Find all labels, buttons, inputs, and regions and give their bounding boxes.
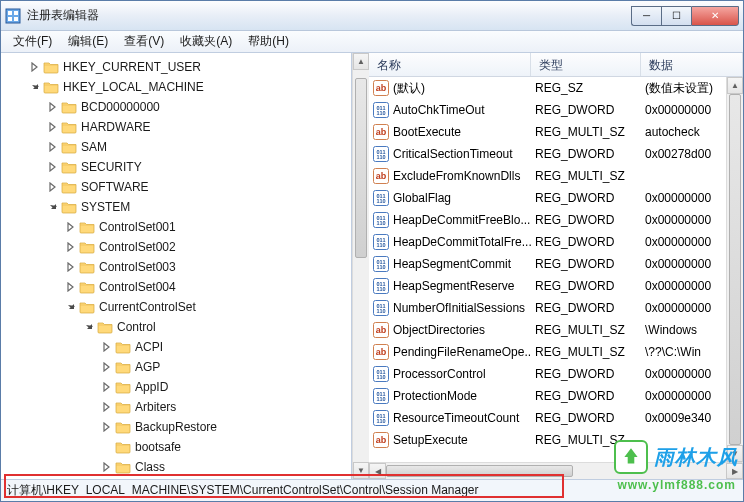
expand-icon[interactable] (47, 141, 59, 153)
tree-item[interactable]: Class (1, 457, 351, 477)
value-data: \Windows (641, 323, 726, 337)
list-item[interactable]: ObjectDirectoriesREG_MULTI_SZ\Windows (369, 319, 726, 341)
expand-icon[interactable] (101, 341, 113, 353)
menu-edit[interactable]: 编辑(E) (60, 31, 116, 52)
value-data: 0x00000000 (641, 367, 726, 381)
list-item[interactable]: PendingFileRenameOpe...REG_MULTI_SZ\??\C… (369, 341, 726, 363)
value-list[interactable]: (默认)REG_SZ(数值未设置)AutoChkTimeOutREG_DWORD… (369, 77, 726, 462)
folder-icon (61, 200, 77, 214)
list-item[interactable]: ResourceTimeoutCountREG_DWORD0x0009e340 (369, 407, 726, 429)
list-scroll-down[interactable]: ▼ (727, 445, 743, 462)
col-header-data[interactable]: 数据 (641, 53, 743, 76)
expand-icon[interactable] (47, 161, 59, 173)
collapse-icon[interactable] (83, 321, 95, 333)
tree-item[interactable]: SECURITY (1, 157, 351, 177)
col-header-name[interactable]: 名称 (369, 53, 531, 76)
tree-item[interactable]: AGP (1, 357, 351, 377)
tree-item[interactable]: ControlSet001 (1, 217, 351, 237)
list-scroll-thumb-v[interactable] (729, 94, 741, 445)
folder-icon (79, 280, 95, 294)
tree-item[interactable]: HKEY_LOCAL_MACHINE (1, 77, 351, 97)
collapse-icon[interactable] (47, 201, 59, 213)
tree-label: Class (135, 460, 165, 474)
tree-item[interactable]: BackupRestore (1, 417, 351, 437)
list-scroll-thumb-h[interactable] (386, 465, 573, 477)
list-item[interactable]: BootExecuteREG_MULTI_SZautocheck (369, 121, 726, 143)
list-scroll-up[interactable]: ▲ (727, 77, 743, 94)
list-item[interactable]: ProcessorControlREG_DWORD0x00000000 (369, 363, 726, 385)
menu-help[interactable]: 帮助(H) (240, 31, 297, 52)
expand-icon[interactable] (101, 381, 113, 393)
col-header-type[interactable]: 类型 (531, 53, 641, 76)
expand-icon[interactable] (65, 241, 77, 253)
expand-icon[interactable] (47, 181, 59, 193)
list-item[interactable]: CriticalSectionTimeoutREG_DWORD0x00278d0… (369, 143, 726, 165)
list-item[interactable]: SetupExecuteREG_MULTI_SZ (369, 429, 726, 451)
statusbar: 计算机\HKEY_LOCAL_MACHINE\SYSTEM\CurrentCon… (1, 479, 743, 501)
tree-item[interactable]: bootsafe (1, 437, 351, 457)
tree-scroll-thumb[interactable] (355, 78, 367, 258)
scroll-up-button[interactable]: ▲ (353, 53, 369, 70)
list-item[interactable]: HeapDeCommitTotalFre...REG_DWORD0x000000… (369, 231, 726, 253)
tree-item[interactable]: HKEY_CURRENT_USER (1, 57, 351, 77)
list-item[interactable]: GlobalFlagREG_DWORD0x00000000 (369, 187, 726, 209)
expand-icon[interactable] (47, 101, 59, 113)
tree-item[interactable]: ControlSet002 (1, 237, 351, 257)
titlebar[interactable]: 注册表编辑器 ─ ☐ ✕ (1, 1, 743, 31)
expand-icon[interactable] (101, 361, 113, 373)
value-data: 0x00000000 (641, 301, 726, 315)
tree-label: HARDWARE (81, 120, 151, 134)
string-value-icon (373, 80, 389, 96)
tree-panel[interactable]: HKEY_CURRENT_USERHKEY_LOCAL_MACHINEBCD00… (1, 53, 352, 479)
list-item[interactable]: ProtectionModeREG_DWORD0x00000000 (369, 385, 726, 407)
minimize-button[interactable]: ─ (631, 6, 661, 26)
list-scrollbar-v[interactable]: ▲ ▼ (726, 77, 743, 462)
close-button[interactable]: ✕ (691, 6, 739, 26)
tree-item[interactable]: SOFTWARE (1, 177, 351, 197)
expand-icon[interactable] (47, 121, 59, 133)
value-type: REG_DWORD (531, 191, 641, 205)
registry-editor-window: 注册表编辑器 ─ ☐ ✕ 文件(F) 编辑(E) 查看(V) 收藏夹(A) 帮助… (0, 0, 744, 502)
tree-item[interactable]: Arbiters (1, 397, 351, 417)
collapse-icon[interactable] (65, 301, 77, 313)
menu-file[interactable]: 文件(F) (5, 31, 60, 52)
list-item[interactable]: HeapSegmentCommitREG_DWORD0x00000000 (369, 253, 726, 275)
expand-icon[interactable] (65, 261, 77, 273)
tree-item[interactable]: ACPI (1, 337, 351, 357)
tree-item[interactable]: SAM (1, 137, 351, 157)
tree-scrollbar[interactable]: ▲ ▼ (352, 53, 369, 479)
list-scrollbar-h[interactable]: ◀ ▶ (369, 462, 743, 479)
maximize-button[interactable]: ☐ (661, 6, 691, 26)
value-name: HeapDeCommitTotalFre... (393, 235, 531, 249)
tree-item[interactable]: ControlSet004 (1, 277, 351, 297)
tree-item[interactable]: HARDWARE (1, 117, 351, 137)
list-item[interactable]: HeapSegmentReserveREG_DWORD0x00000000 (369, 275, 726, 297)
list-item[interactable]: ExcludeFromKnownDllsREG_MULTI_SZ (369, 165, 726, 187)
list-item[interactable]: NumberOfInitialSessionsREG_DWORD0x000000… (369, 297, 726, 319)
expand-icon[interactable] (65, 221, 77, 233)
tree-item[interactable]: SYSTEM (1, 197, 351, 217)
list-scroll-left[interactable]: ◀ (369, 463, 386, 479)
scroll-down-button[interactable]: ▼ (353, 462, 369, 479)
status-path: 计算机\HKEY_LOCAL_MACHINE\SYSTEM\CurrentCon… (7, 482, 479, 499)
collapse-icon[interactable] (29, 81, 41, 93)
dword-value-icon (373, 278, 389, 294)
expand-icon[interactable] (101, 421, 113, 433)
expand-icon[interactable] (101, 461, 113, 473)
tree-item[interactable]: ControlSet003 (1, 257, 351, 277)
expand-icon[interactable] (29, 61, 41, 73)
tree-item[interactable]: CurrentControlSet (1, 297, 351, 317)
expand-icon[interactable] (65, 281, 77, 293)
list-item[interactable]: AutoChkTimeOutREG_DWORD0x00000000 (369, 99, 726, 121)
list-item[interactable]: HeapDeCommitFreeBlo...REG_DWORD0x0000000… (369, 209, 726, 231)
menu-favorites[interactable]: 收藏夹(A) (172, 31, 240, 52)
tree-item[interactable]: Control (1, 317, 351, 337)
list-item[interactable]: (默认)REG_SZ(数值未设置) (369, 77, 726, 99)
tree-item[interactable]: AppID (1, 377, 351, 397)
expand-icon[interactable] (101, 401, 113, 413)
list-scroll-right[interactable]: ▶ (726, 463, 743, 479)
folder-icon (115, 380, 131, 394)
menu-view[interactable]: 查看(V) (116, 31, 172, 52)
value-name: SetupExecute (393, 433, 468, 447)
tree-item[interactable]: BCD00000000 (1, 97, 351, 117)
